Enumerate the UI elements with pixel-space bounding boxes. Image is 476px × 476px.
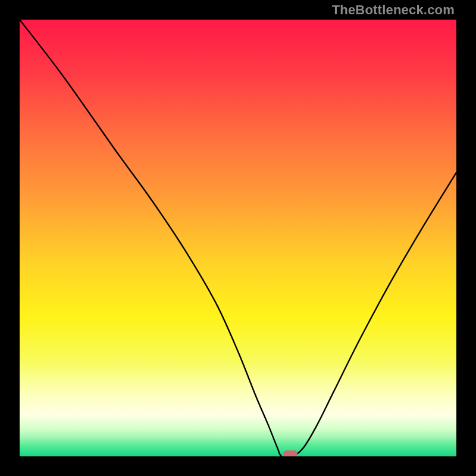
- operating-point-marker: [283, 450, 298, 456]
- chart-frame: TheBottleneck.com: [0, 0, 476, 476]
- bottleneck-curve: [20, 20, 456, 456]
- curve-layer: [20, 20, 456, 456]
- plot-area: [20, 20, 456, 456]
- watermark-text: TheBottleneck.com: [332, 2, 455, 18]
